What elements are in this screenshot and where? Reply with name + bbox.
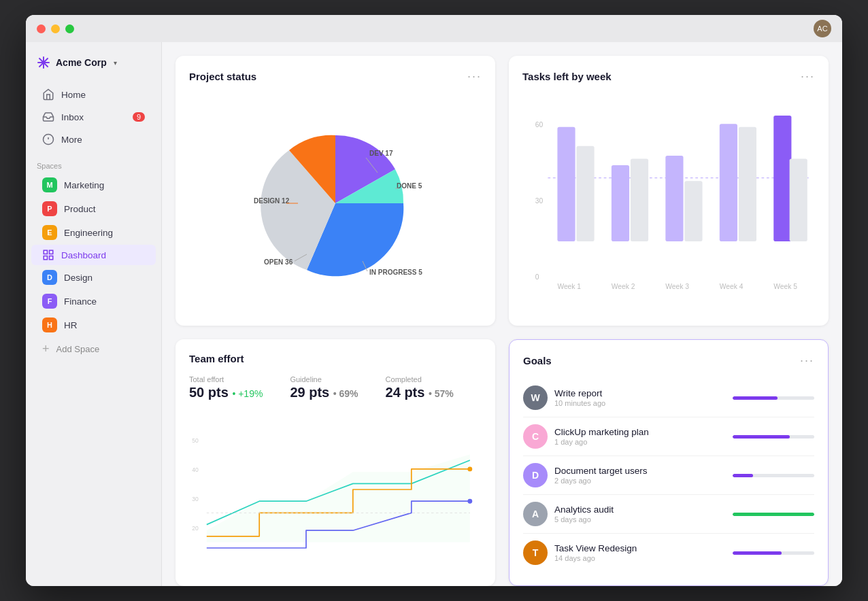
- maximize-button[interactable]: [65, 24, 74, 33]
- goal-progress: [733, 396, 814, 400]
- goals-menu[interactable]: ···: [800, 354, 814, 368]
- progress-bar-bg: [733, 513, 814, 516]
- line-chart-area: 50 40 30 20: [189, 411, 482, 568]
- spaces-section-label: Spaces: [26, 154, 161, 173]
- stat-guideline-value: 29 pts • 69%: [290, 385, 358, 400]
- titlebar: AC: [26, 15, 842, 42]
- project-status-menu[interactable]: ···: [467, 69, 482, 84]
- close-button[interactable]: [37, 24, 46, 33]
- bar-chart-area: 60 30 0: [522, 95, 815, 312]
- sidebar-item-more[interactable]: More: [31, 128, 156, 150]
- goal-time: 5 days ago: [554, 515, 726, 523]
- svg-rect-31: [720, 124, 737, 241]
- app-window: AC Acme Corp ▾: [26, 15, 842, 586]
- goal-progress: [733, 513, 814, 516]
- goal-progress: [733, 474, 814, 477]
- svg-rect-34: [790, 159, 807, 242]
- svg-rect-30: [684, 181, 702, 241]
- svg-text:20: 20: [192, 525, 199, 532]
- svg-point-45: [467, 466, 472, 471]
- minimize-button[interactable]: [51, 24, 60, 33]
- pie-chart-container: DEV 17 DONE 5 IN PROGRESS 5 OPEN 36 DESI…: [189, 95, 482, 312]
- svg-text:IN PROGRESS 5: IN PROGRESS 5: [369, 269, 422, 276]
- bar-chart-svg: 60 30 0: [522, 95, 815, 312]
- svg-rect-33: [773, 116, 791, 241]
- add-space-button[interactable]: + Add Space: [31, 338, 156, 360]
- goal-item: W Write report 10 minutes ago: [523, 379, 814, 417]
- space-label: Dashboard: [61, 250, 106, 260]
- goal-info: ClickUp marketing plan 1 day ago: [554, 427, 726, 446]
- sidebar-item-design[interactable]: D Design: [31, 266, 156, 289]
- sidebar-item-marketing[interactable]: M Marketing: [31, 173, 156, 196]
- dashboard-icon: [42, 249, 54, 261]
- svg-text:60: 60: [535, 121, 544, 128]
- user-avatar[interactable]: AC: [814, 20, 831, 37]
- spaces-list: M Marketing P Product E Engineering Dash…: [26, 173, 161, 337]
- progress-bar-fill: [733, 435, 790, 439]
- sidebar: Acme Corp ▾ Home Inbox 9: [26, 42, 162, 586]
- svg-rect-32: [739, 127, 756, 241]
- line-chart-svg: 50 40 30 20: [189, 411, 482, 568]
- pie-chart: DEV 17 DONE 5 IN PROGRESS 5 OPEN 36 DESI…: [233, 108, 437, 298]
- svg-marker-44: [207, 454, 470, 542]
- space-label: Finance: [64, 296, 97, 307]
- stats-row: Total effort 50 pts • +19% Guideline 29 …: [189, 375, 482, 400]
- app-body: Acme Corp ▾ Home Inbox 9: [26, 42, 842, 586]
- add-icon: +: [42, 342, 50, 356]
- svg-text:0: 0: [535, 273, 539, 281]
- progress-bar-fill: [733, 474, 753, 477]
- progress-bar-bg: [733, 551, 814, 555]
- tasks-by-week-title: Tasks left by week: [522, 71, 612, 82]
- svg-text:DESIGN 12: DESIGN 12: [254, 197, 290, 205]
- goal-name: Document target users: [554, 466, 726, 476]
- progress-bar-bg: [733, 435, 814, 439]
- svg-text:40: 40: [192, 466, 199, 473]
- goal-progress: [733, 551, 814, 555]
- brand-button[interactable]: Acme Corp ▾: [26, 50, 161, 80]
- svg-text:Week 3: Week 3: [665, 283, 689, 290]
- stat-total-value: 50 pts • +19%: [189, 385, 263, 400]
- team-effort-card: Team effort Total effort 50 pts • +19% G…: [176, 339, 495, 586]
- svg-text:Week 4: Week 4: [720, 283, 744, 290]
- stat-guideline-suffix: • 69%: [333, 388, 358, 399]
- svg-text:Week 2: Week 2: [612, 283, 635, 290]
- tasks-by-week-header: Tasks left by week ···: [522, 69, 815, 84]
- svg-text:Week 1: Week 1: [557, 283, 581, 290]
- svg-text:OPEN 36: OPEN 36: [264, 258, 293, 266]
- sidebar-item-home[interactable]: Home: [31, 84, 156, 105]
- space-dot: E: [42, 225, 57, 240]
- home-icon: [42, 88, 54, 101]
- goal-avatar: D: [523, 463, 548, 487]
- svg-text:DONE 5: DONE 5: [397, 182, 422, 190]
- inbox-icon: [42, 111, 54, 123]
- tasks-by-week-menu[interactable]: ···: [801, 69, 815, 84]
- stat-completed: Completed 24 pts • 57%: [386, 375, 454, 400]
- progress-bar-bg: [733, 474, 814, 477]
- svg-rect-29: [665, 156, 683, 241]
- stat-completed-value: 24 pts • 57%: [386, 385, 454, 400]
- sidebar-item-engineering[interactable]: E Engineering: [31, 221, 156, 244]
- sidebar-item-dashboard[interactable]: Dashboard: [31, 245, 156, 265]
- sidebar-item-product[interactable]: P Product: [31, 197, 156, 220]
- sidebar-item-finance[interactable]: F Finance: [31, 290, 156, 313]
- sidebar-item-hr[interactable]: H HR: [31, 313, 156, 337]
- svg-text:DEV 17: DEV 17: [369, 150, 393, 157]
- main-content: Project status ···: [162, 42, 842, 586]
- goal-info: Document target users 2 days ago: [554, 466, 726, 485]
- stat-total-suffix: • +19%: [232, 388, 263, 399]
- svg-rect-28: [631, 159, 648, 242]
- goal-progress: [733, 435, 814, 439]
- goal-item: T Task View Redesign 14 days ago: [523, 534, 814, 572]
- space-label: Product: [64, 204, 96, 214]
- space-label: Marketing: [64, 180, 104, 190]
- goal-info: Write report 10 minutes ago: [554, 388, 726, 407]
- svg-rect-27: [612, 165, 629, 241]
- team-effort-header: Team effort: [189, 353, 482, 364]
- space-dot: D: [42, 270, 57, 285]
- stat-total-label: Total effort: [189, 375, 263, 383]
- goal-time: 1 day ago: [554, 438, 726, 446]
- goal-time: 14 days ago: [554, 554, 726, 562]
- stat-total-effort: Total effort 50 pts • +19%: [189, 375, 263, 400]
- svg-text:30: 30: [535, 197, 544, 205]
- sidebar-item-inbox[interactable]: Inbox 9: [31, 106, 156, 128]
